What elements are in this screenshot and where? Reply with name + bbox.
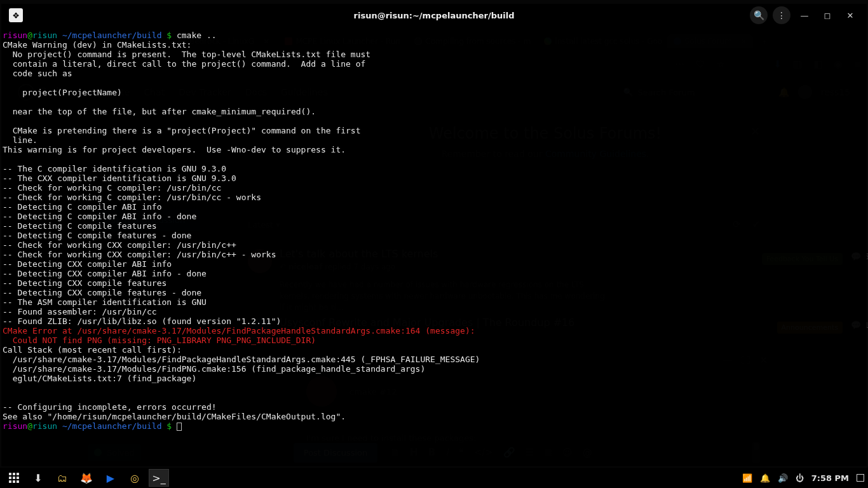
downloads-button[interactable]: ⬇ (28, 469, 48, 487)
bell-icon[interactable]: 🔔 (760, 473, 770, 483)
power-icon[interactable]: ⏻ (796, 473, 804, 483)
minimize-button[interactable]: — (796, 6, 813, 24)
terminal-button[interactable]: >_ (149, 469, 169, 487)
app-icon: ❖ (9, 8, 23, 22)
cursor (177, 423, 182, 431)
wifi-icon[interactable]: 📶 (742, 473, 752, 483)
apps-button[interactable] (4, 469, 24, 487)
menu-icon[interactable]: ⋮ (773, 6, 790, 24)
taskbar: ⬇ 🗂 🦊 ▶ ◎ >_ 📶 🔔 🔊 ⏻ 7:58 PM (0, 468, 868, 488)
terminal-window: ❖ risun@risun:~/mcpelauncher/build 🔍 ⋮ —… (1, 4, 867, 466)
terminal-output[interactable]: risun@risun ~/mcpelauncher/build $ cmake… (3, 30, 865, 466)
maximize-button[interactable]: ◻ (818, 6, 836, 24)
rhythmbox-button[interactable]: ◎ (125, 469, 145, 487)
workspace-icon[interactable] (857, 474, 864, 482)
search-icon[interactable]: 🔍 (750, 6, 768, 24)
close-button[interactable]: ✕ (841, 6, 859, 24)
volume-icon[interactable]: 🔊 (778, 473, 788, 483)
system-tray: 📶 🔔 🔊 ⏻ 7:58 PM (742, 473, 864, 483)
clock[interactable]: 7:58 PM (811, 473, 849, 483)
firefox-button[interactable]: 🦊 (76, 469, 97, 487)
terminal-titlebar: ❖ risun@risun:~/mcpelauncher/build 🔍 ⋮ —… (1, 4, 867, 27)
window-title: risun@risun:~/mcpelauncher/build (354, 11, 515, 20)
media-button[interactable]: ▶ (100, 469, 121, 487)
files-button[interactable]: 🗂 (52, 469, 72, 487)
